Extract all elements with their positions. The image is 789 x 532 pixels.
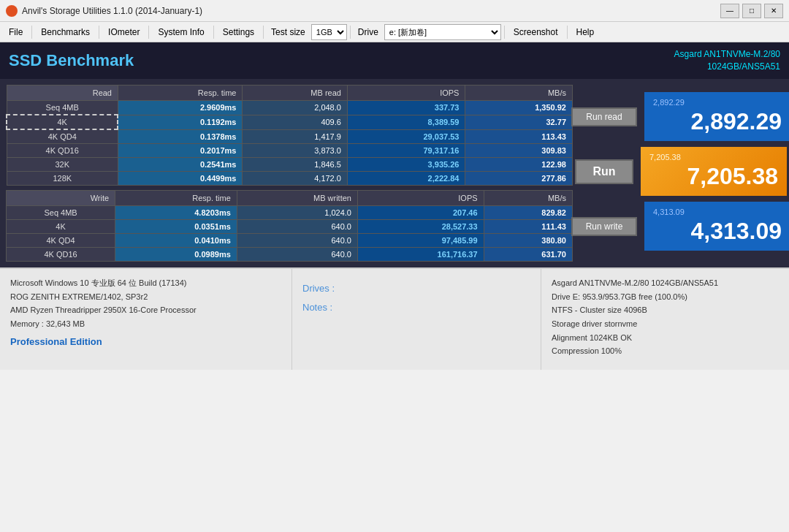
sys-info-3: AMD Ryzen Threadripper 2950X 16-Core Pro… xyxy=(10,303,281,317)
write-header-resp: Resp. time xyxy=(115,191,237,206)
drive-select[interactable]: e: [新加卷] xyxy=(384,24,501,40)
read-header-iops: IOPS xyxy=(347,86,465,101)
read-score-big: 2,892.29 xyxy=(653,108,782,135)
menu-help[interactable]: Help xyxy=(571,25,601,39)
drive-info: Asgard AN1TNVMe-M.2/80 1024GB/ANS5A51 xyxy=(674,48,780,73)
read-row-label: 4K xyxy=(7,115,118,129)
title-bar: Anvil's Storage Utilities 1.1.0 (2014-Ja… xyxy=(0,0,789,22)
app-title: SSD Benchmark xyxy=(9,51,134,70)
read-row-resp: 0.2541ms xyxy=(118,158,242,172)
read-row-mbs: 32.77 xyxy=(465,115,573,129)
write-row-label: 4K QD16 xyxy=(7,248,115,262)
write-row-iops: 97,485.99 xyxy=(357,234,484,248)
write-row-iops: 161,716.37 xyxy=(357,248,484,262)
read-row-iops: 8,389.59 xyxy=(347,115,465,129)
drive-detail-6: Compression 100% xyxy=(552,344,779,358)
read-row-mb: 3,873.0 xyxy=(243,144,347,158)
write-header-label: Write xyxy=(7,191,115,206)
write-row-resp: 0.0989ms xyxy=(115,248,237,262)
main-content: Read Resp. time MB read IOPS MB/s Seq 4M… xyxy=(0,79,789,267)
app-icon xyxy=(6,5,18,17)
footer-drive-details: Asgard AN1TNVMe-M.2/80 1024GB/ANS5A51 Dr… xyxy=(541,269,789,370)
menu-bar: File Benchmarks IOmeter System Info Sett… xyxy=(0,22,789,42)
footer-drives-notes: Drives : Notes : xyxy=(292,269,541,370)
read-row-mb: 2,048.0 xyxy=(243,101,347,115)
menu-system-info[interactable]: System Info xyxy=(152,25,210,39)
write-table-row: 4K QD4 0.0410ms 640.0 97,485.99 380.80 xyxy=(7,234,573,248)
separator xyxy=(504,26,505,39)
sys-info-1: Microsoft Windows 10 专业版 64 位 Build (171… xyxy=(10,276,281,290)
read-table-row: 4K QD16 0.2017ms 3,873.0 79,317.16 309.8… xyxy=(7,144,573,158)
menu-screenshot[interactable]: Screenshot xyxy=(508,25,564,39)
read-table: Read Resp. time MB read IOPS MB/s Seq 4M… xyxy=(6,85,573,186)
run-button[interactable]: Run xyxy=(575,159,633,184)
run-write-button[interactable]: Run write xyxy=(571,217,637,236)
separator xyxy=(263,26,264,39)
read-header-label: Read xyxy=(7,86,118,101)
write-row-mbs: 829.82 xyxy=(484,206,572,220)
read-table-row: Seq 4MB 2.9609ms 2,048.0 337.73 1,350.92 xyxy=(7,101,573,115)
read-score-small: 2,892.29 xyxy=(653,98,782,107)
run-row: Run 7,205.38 7,205.38 xyxy=(575,147,787,196)
write-row-iops: 207.46 xyxy=(357,206,484,220)
drive-detail-4: Storage driver stornvme xyxy=(552,317,779,331)
drive-info-line1: Asgard AN1TNVMe-M.2/80 xyxy=(674,48,780,61)
write-row-resp: 0.0351ms xyxy=(115,220,237,234)
separator xyxy=(148,26,149,39)
write-table-row: Seq 4MB 4.8203ms 1,024.0 207.46 829.82 xyxy=(7,206,573,220)
read-row-mb: 1,417.9 xyxy=(243,129,347,144)
menu-benchmarks[interactable]: Benchmarks xyxy=(35,25,96,39)
write-row-mbs: 111.43 xyxy=(484,220,572,234)
read-row-iops: 79,317.16 xyxy=(347,144,465,158)
read-row-mbs: 113.43 xyxy=(465,129,573,144)
write-row-mb: 1,024.0 xyxy=(237,206,357,220)
read-row-resp: 0.1378ms xyxy=(118,129,242,144)
read-row-mb: 4,172.0 xyxy=(243,172,347,186)
close-button[interactable]: ✕ xyxy=(764,4,783,18)
menu-settings[interactable]: Settings xyxy=(217,25,260,39)
maximize-button[interactable]: □ xyxy=(742,4,761,18)
read-row-resp: 2.9609ms xyxy=(118,101,242,115)
menu-file[interactable]: File xyxy=(3,25,28,39)
write-table-row: 4K 0.0351ms 640.0 28,527.33 111.43 xyxy=(7,220,573,234)
read-table-row: 32K 0.2541ms 1,846.5 3,935.26 122.98 xyxy=(7,158,573,172)
read-row-mbs: 122.98 xyxy=(465,158,573,172)
read-row-label: 128K xyxy=(7,172,118,186)
read-table-row: 4K 0.1192ms 409.6 8,389.59 32.77 xyxy=(7,115,573,129)
write-row-mb: 640.0 xyxy=(237,234,357,248)
total-score-big: 7,205.38 xyxy=(649,163,778,190)
read-row-iops: 29,037.53 xyxy=(347,129,465,144)
read-row-iops: 337.73 xyxy=(347,101,465,115)
app-header: SSD Benchmark Asgard AN1TNVMe-M.2/80 102… xyxy=(0,42,789,79)
separator xyxy=(31,26,32,39)
read-row-mbs: 1,350.92 xyxy=(465,101,573,115)
write-score-small: 4,313.09 xyxy=(653,208,782,216)
test-size-select[interactable]: 1GB 4GB xyxy=(311,24,347,40)
drive-detail-5: Alignment 1024KB OK xyxy=(552,331,779,345)
read-header-mb: MB read xyxy=(243,86,347,101)
write-row-mbs: 631.70 xyxy=(484,248,572,262)
write-row-mb: 640.0 xyxy=(237,220,357,234)
read-score-box: 2,892.29 2,892.29 xyxy=(644,92,789,141)
drive-detail-2: Drive E: 953.9/953.7GB free (100.0%) xyxy=(552,290,779,304)
write-score-box: 4,313.09 4,313.09 xyxy=(644,202,789,251)
run-read-button[interactable]: Run read xyxy=(571,107,637,126)
read-row-mbs: 309.83 xyxy=(465,144,573,158)
read-row-mb: 1,846.5 xyxy=(243,158,347,172)
footer: Microsoft Windows 10 专业版 64 位 Build (171… xyxy=(0,267,789,370)
read-row-label: 32K xyxy=(7,158,118,172)
total-score-small: 7,205.38 xyxy=(649,153,778,162)
notes-label: Notes : xyxy=(302,298,530,317)
drive-detail-3: NTFS - Cluster size 4096B xyxy=(552,303,779,317)
write-row-mbs: 380.80 xyxy=(484,234,572,248)
read-row-mbs: 277.86 xyxy=(465,172,573,186)
right-panel: Run read 2,892.29 2,892.29 Run 7,205.38 … xyxy=(579,85,783,262)
menu-iometer[interactable]: IOmeter xyxy=(102,25,145,39)
separator xyxy=(350,26,351,39)
read-row-label: 4K QD4 xyxy=(7,129,118,144)
sys-info-4: Memory : 32,643 MB xyxy=(10,317,281,331)
write-row-label: Seq 4MB xyxy=(7,206,115,220)
total-score-box: 7,205.38 7,205.38 xyxy=(641,147,787,196)
read-row-resp: 0.2017ms xyxy=(118,144,242,158)
minimize-button[interactable]: — xyxy=(720,4,739,18)
